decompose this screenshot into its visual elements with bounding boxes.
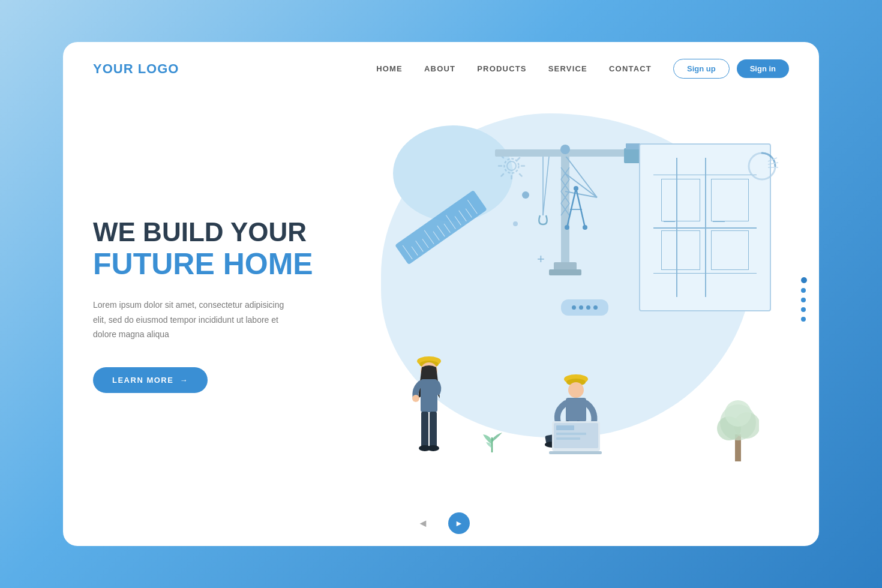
subtitle-text: Lorem ipsum dolor sit amet, consectetur … — [93, 298, 297, 342]
plus-icon: + — [537, 251, 545, 267]
svg-line-10 — [543, 157, 549, 215]
svg-rect-43 — [566, 398, 586, 422]
nav-contact[interactable]: CONTACT — [609, 64, 652, 73]
svg-line-29 — [768, 163, 778, 164]
signin-button[interactable]: Sign in — [737, 59, 789, 78]
svg-point-26 — [583, 225, 587, 230]
slide-dots — [801, 277, 807, 322]
navbar: YOUR LOGO HOME ABOUT PRODUCTS SERVICE CO… — [63, 42, 819, 95]
svg-point-6 — [560, 145, 570, 154]
chat-dot-3 — [586, 305, 590, 310]
svg-line-22 — [576, 188, 585, 227]
headline-line1: WE BUILD YOUR — [93, 217, 345, 248]
person-male-figure — [543, 368, 615, 467]
compass-icon — [555, 185, 597, 236]
nav-products[interactable]: PRODUCTS — [477, 64, 527, 73]
svg-point-23 — [574, 186, 578, 191]
deco-circle-2 — [513, 221, 518, 226]
logo: YOUR LOGO — [93, 61, 179, 77]
chat-bubble — [561, 299, 608, 316]
tree-icon — [717, 380, 759, 467]
main-content: WE BUILD YOUR FUTURE HOME Lorem ipsum do… — [63, 95, 819, 503]
chat-dot-2 — [579, 305, 583, 310]
svg-rect-20 — [549, 269, 581, 275]
svg-rect-37 — [430, 412, 437, 448]
plant-icon — [477, 419, 507, 455]
svg-point-60 — [725, 400, 751, 427]
signup-button[interactable]: Sign up — [673, 59, 730, 79]
deco-circle-1 — [522, 191, 529, 199]
dot-3[interactable] — [801, 298, 806, 302]
svg-point-25 — [565, 225, 569, 230]
svg-point-39 — [427, 445, 439, 451]
svg-rect-8 — [626, 143, 640, 149]
dot-5[interactable] — [801, 317, 806, 322]
slide-controls: ◄ ► — [63, 503, 819, 546]
svg-rect-53 — [556, 433, 586, 435]
svg-point-42 — [568, 382, 584, 398]
left-panel: WE BUILD YOUR FUTURE HOME Lorem ipsum do… — [93, 95, 345, 503]
dot-4[interactable] — [801, 307, 806, 312]
chat-dot-1 — [572, 305, 576, 310]
person-female-figure — [405, 344, 453, 467]
chat-dot-4 — [593, 305, 598, 310]
svg-line-21 — [567, 188, 576, 227]
nav-links: HOME ABOUT PRODUCTS SERVICE CONTACT — [376, 64, 652, 73]
headline-line2: FUTURE HOME — [93, 248, 345, 281]
play-button[interactable]: ► — [448, 512, 470, 534]
nav-service[interactable]: SERVICE — [548, 64, 587, 73]
svg-rect-55 — [549, 451, 602, 454]
svg-point-35 — [412, 395, 419, 402]
nav-home[interactable]: HOME — [376, 64, 403, 73]
dot-2[interactable] — [801, 288, 806, 293]
dot-1[interactable] — [801, 277, 807, 283]
right-panel: + — [345, 95, 789, 503]
svg-rect-52 — [556, 425, 574, 430]
landing-page-card: YOUR LOGO HOME ABOUT PRODUCTS SERVICE CO… — [63, 42, 819, 546]
learn-more-label: LEARN MORE — [112, 376, 173, 385]
nav-about[interactable]: ABOUT — [424, 64, 455, 73]
prev-button[interactable]: ◄ — [412, 512, 434, 534]
progress-chart-icon — [741, 149, 783, 185]
learn-more-arrow: → — [179, 376, 188, 385]
learn-more-button[interactable]: LEARN MORE → — [93, 367, 208, 393]
svg-rect-36 — [421, 412, 428, 448]
svg-rect-54 — [556, 437, 580, 440]
